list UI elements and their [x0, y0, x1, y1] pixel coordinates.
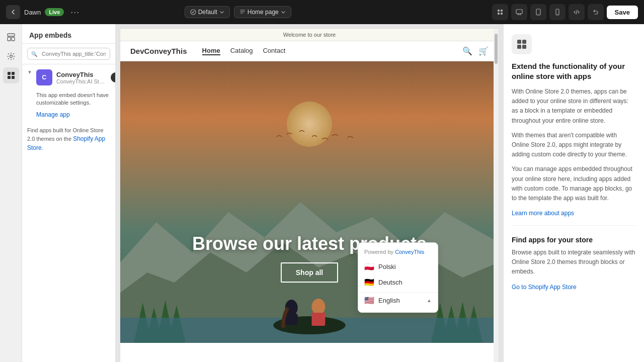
topbar-right: Save	[492, 4, 638, 20]
nav-link-contact[interactable]: Contact	[263, 47, 285, 55]
lang-item-deutsch[interactable]: 🇩🇪 Deutsch	[358, 275, 438, 290]
find-apps-note: Find apps built for Online Store 2.0 the…	[27, 126, 110, 153]
nav-link-catalog[interactable]: Catalog	[230, 47, 253, 55]
chevron-up-icon[interactable]: ▲	[427, 298, 432, 303]
convey-this-link[interactable]: ConveyThis	[395, 249, 424, 255]
theme-select[interactable]: Default	[185, 6, 230, 18]
app-subtitle: ConveyThis:AI Store ...	[56, 78, 107, 84]
learn-more-link[interactable]: Learn more about apps	[512, 210, 574, 217]
svg-rect-5	[516, 10, 522, 14]
svg-rect-2	[501, 10, 503, 12]
svg-rect-31	[285, 314, 298, 325]
sidebar-content: ▼ C ConveyThis ConveyThis:AI Store ... T…	[22, 64, 115, 362]
sidebar-icon-rail	[0, 24, 22, 362]
german-flag: 🇩🇪	[364, 278, 374, 287]
svg-rect-37	[522, 45, 526, 49]
sidebar-search-wrap	[22, 44, 115, 64]
store-nav-icons: 🔍 🛒	[462, 46, 489, 56]
app-name: ConveyThis	[56, 71, 107, 78]
svg-rect-33	[311, 313, 325, 326]
store-nav: DevConveyThis Home Catalog Contact 🔍 🛒	[120, 41, 499, 61]
language-popup: Powered by ConveyThis 🇵🇱 Polski 🇩🇪 Deuts…	[358, 242, 438, 313]
topbar-center: Default Home page	[185, 6, 291, 18]
svg-rect-36	[517, 45, 521, 49]
polish-flag: 🇵🇱	[364, 262, 374, 272]
search-icon[interactable]: 🔍	[462, 46, 472, 56]
panel-para2: With themes that aren't compatible with …	[512, 131, 636, 160]
svg-rect-12	[12, 37, 15, 41]
svg-rect-34	[517, 40, 521, 44]
sections-icon[interactable]	[3, 29, 19, 45]
chevron-down-icon[interactable]: ▼	[27, 69, 32, 75]
cart-icon[interactable]: 🛒	[478, 46, 489, 56]
store-hero: Browse our latest products Shop all Powe…	[120, 61, 499, 343]
embed-note: This app embed doesn't have customizable…	[27, 92, 110, 107]
undo-icon-btn[interactable]	[588, 4, 604, 20]
grid-icon-btn[interactable]	[492, 4, 508, 20]
shop-all-button[interactable]: Shop all	[281, 262, 338, 283]
preview-inner: Welcome to our store DevConveyThis Home …	[120, 28, 499, 362]
main-layout: App embeds ▼ C ConveyThis ConveyThis:AI …	[0, 24, 644, 362]
scrollbar-thumb[interactable]	[495, 34, 498, 64]
app-toggle[interactable]	[111, 72, 115, 82]
page-select[interactable]: Home page	[234, 6, 291, 18]
save-button[interactable]: Save	[607, 6, 638, 19]
panel-para1: With Online Store 2.0 themes, apps can b…	[512, 87, 636, 126]
birds-decoration	[272, 127, 362, 154]
preview-scrollbar[interactable]	[494, 29, 499, 362]
search-input[interactable]	[27, 48, 110, 60]
svg-rect-1	[498, 10, 500, 12]
nav-link-home[interactable]: Home	[202, 47, 220, 55]
sidebar-panel: App embeds ▼ C ConveyThis ConveyThis:AI …	[22, 24, 116, 362]
svg-rect-15	[12, 72, 15, 75]
app-info: ConveyThis ConveyThis:AI Store ...	[56, 71, 107, 84]
svg-rect-17	[12, 76, 15, 79]
svg-rect-14	[8, 72, 11, 75]
preview-container: Welcome to our store DevConveyThis Home …	[116, 24, 503, 362]
svg-rect-16	[8, 76, 11, 79]
panel-title: Extend the functionality of your online …	[512, 61, 636, 81]
search-wrapper	[27, 48, 110, 60]
mobile-icon-btn[interactable]	[549, 4, 566, 20]
current-lang[interactable]: 🇺🇸 English	[364, 296, 427, 305]
lang-label-polski: Polski	[378, 263, 396, 270]
right-panel: Extend the functionality of your online …	[503, 24, 644, 362]
lang-popup-footer: 🇺🇸 English ▲	[358, 292, 438, 308]
lang-label-deutsch: Deutsch	[378, 279, 403, 286]
code-icon-btn[interactable]	[569, 4, 585, 20]
section2-title: Find apps for your store	[512, 236, 636, 244]
apps-panel-icon	[512, 34, 532, 54]
store-name: Dawn	[24, 9, 41, 16]
us-flag: 🇺🇸	[364, 296, 374, 305]
powered-by: Powered by ConveyThis	[358, 247, 438, 259]
manage-app-link[interactable]: Manage app	[27, 111, 110, 118]
app-embed-item: C ConveyThis ConveyThis:AI Store ...	[36, 69, 115, 85]
lang-label-english: English	[378, 297, 400, 304]
svg-rect-10	[8, 34, 15, 36]
app-icon: C	[36, 69, 52, 85]
tablet-icon-btn[interactable]	[530, 4, 546, 20]
live-badge: Live	[45, 8, 64, 16]
panel-para4: Browse apps built to integrate seamlessl…	[512, 248, 636, 277]
desktop-icon-btn[interactable]	[511, 4, 527, 20]
topbar: Dawn Live ··· Default Home page	[0, 0, 644, 24]
panel-para3: You can manage apps embedded throughout …	[512, 164, 636, 203]
svg-point-13	[10, 55, 12, 58]
svg-point-9	[557, 14, 558, 15]
svg-point-7	[538, 14, 539, 15]
svg-rect-3	[498, 13, 500, 15]
settings-icon[interactable]	[3, 48, 19, 64]
shopify-app-store-link[interactable]: Go to Shopify App Store	[512, 284, 577, 291]
welcome-bar: Welcome to our store	[120, 29, 499, 41]
lang-item-polski[interactable]: 🇵🇱 Polski	[358, 259, 438, 275]
apps-icon[interactable]	[3, 67, 19, 83]
more-button[interactable]: ···	[68, 5, 82, 19]
svg-rect-11	[8, 37, 11, 41]
sidebar-header: App embeds	[22, 24, 115, 44]
nav-links: Home Catalog Contact	[202, 47, 286, 55]
back-button[interactable]	[6, 5, 20, 19]
app-embed-row: ▼ C ConveyThis ConveyThis:AI Store ...	[27, 69, 110, 89]
divider	[512, 225, 636, 226]
svg-point-32	[311, 299, 325, 315]
svg-rect-35	[522, 40, 526, 44]
